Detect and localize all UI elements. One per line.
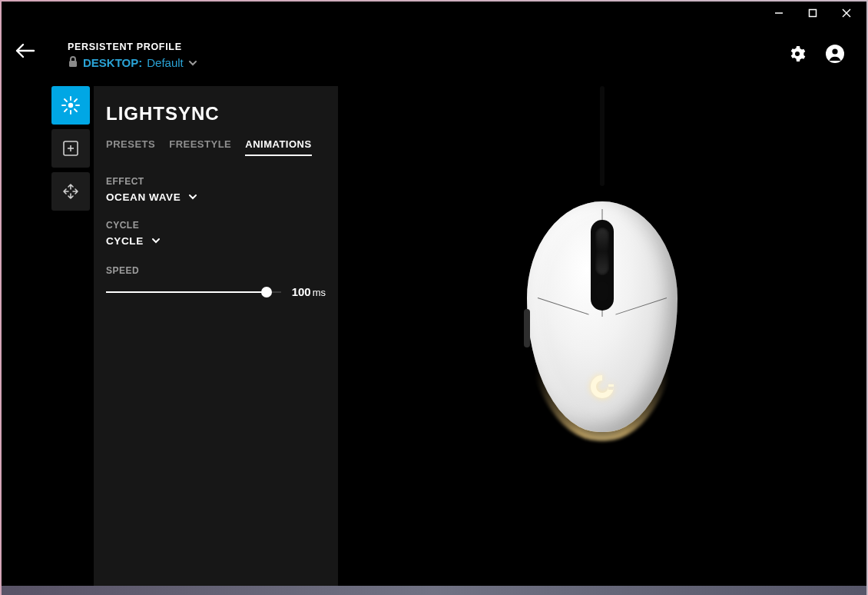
lock-icon [68, 55, 78, 70]
speed-label: SPEED [106, 265, 326, 276]
back-column [2, 25, 48, 586]
settings-button[interactable] [788, 45, 807, 66]
896ab-animations[interactable]: ANIMATIONS [245, 138, 311, 156]
panel-title: LIGHTSYNC [106, 103, 326, 125]
chevron-down-icon [151, 235, 161, 247]
chevron-down-icon [188, 56, 197, 69]
account-button[interactable] [825, 44, 845, 67]
svg-point-5 [795, 52, 800, 56]
cycle-value: CYCLE [106, 235, 144, 247]
svg-rect-1 [810, 10, 817, 17]
back-button[interactable] [14, 42, 35, 63]
chevron-down-icon [188, 191, 197, 203]
titlebar [2, 2, 866, 25]
g-logo-icon [586, 371, 618, 403]
profile-selector[interactable]: DESKTOP: Default [68, 55, 197, 70]
tab-presets[interactable]: PRESETS [106, 138, 155, 156]
mouse-illustration [518, 178, 687, 455]
svg-line-16 [65, 109, 67, 111]
persistent-profile-label: PERSISTENT PROFILE [68, 42, 197, 52]
dpi-button [596, 281, 608, 301]
plus-square-icon [62, 140, 79, 157]
svg-line-14 [75, 109, 77, 111]
svg-rect-4 [69, 61, 77, 67]
rail-lightsync-button[interactable] [51, 86, 90, 125]
user-icon [825, 44, 845, 64]
speed-value: 100 [292, 285, 311, 298]
desktop-taskbar-peek [2, 586, 866, 595]
speed-readout: 100ms [292, 285, 326, 298]
speed-unit: ms [313, 287, 326, 298]
effect-dropdown[interactable]: OCEAN WAVE [106, 191, 326, 203]
rail-move-button[interactable] [51, 172, 90, 211]
scroll-wheel [595, 228, 609, 275]
svg-point-8 [68, 103, 73, 108]
device-viewer [338, 86, 866, 586]
settings-panel: LIGHTSYNC PRESETS FREESTYLE ANIMATIONS E… [94, 86, 338, 586]
profile-desktop-value: Default [147, 56, 184, 69]
maximize-button[interactable] [797, 3, 828, 23]
rail-add-button[interactable] [51, 129, 90, 168]
svg-point-7 [832, 48, 837, 54]
profile-desktop-label: DESKTOP: [83, 56, 142, 69]
cycle-label: CYCLE [106, 220, 326, 231]
mouse-cable [600, 86, 605, 186]
left-rail [48, 86, 94, 586]
tab-freestyle[interactable]: FREESTYLE [169, 138, 231, 156]
minimize-button[interactable] [764, 3, 794, 23]
svg-line-15 [75, 99, 77, 101]
slider-thumb[interactable] [261, 287, 272, 298]
cycle-dropdown[interactable]: CYCLE [106, 235, 326, 247]
side-button [524, 309, 530, 347]
move-arrows-icon [61, 182, 80, 201]
effect-label: EFFECT [106, 176, 326, 187]
header: PERSISTENT PROFILE DESKTOP: Default [48, 25, 866, 86]
app-window: PERSISTENT PROFILE DESKTOP: Default [2, 2, 866, 586]
brightness-icon [61, 95, 81, 115]
speed-slider[interactable] [106, 291, 281, 293]
profile-block: PERSISTENT PROFILE DESKTOP: Default [68, 42, 197, 70]
gear-icon [788, 45, 807, 63]
tabs: PRESETS FREESTYLE ANIMATIONS [106, 138, 326, 156]
svg-line-13 [65, 99, 67, 101]
effect-value: OCEAN WAVE [106, 191, 181, 203]
close-button[interactable] [831, 3, 862, 23]
